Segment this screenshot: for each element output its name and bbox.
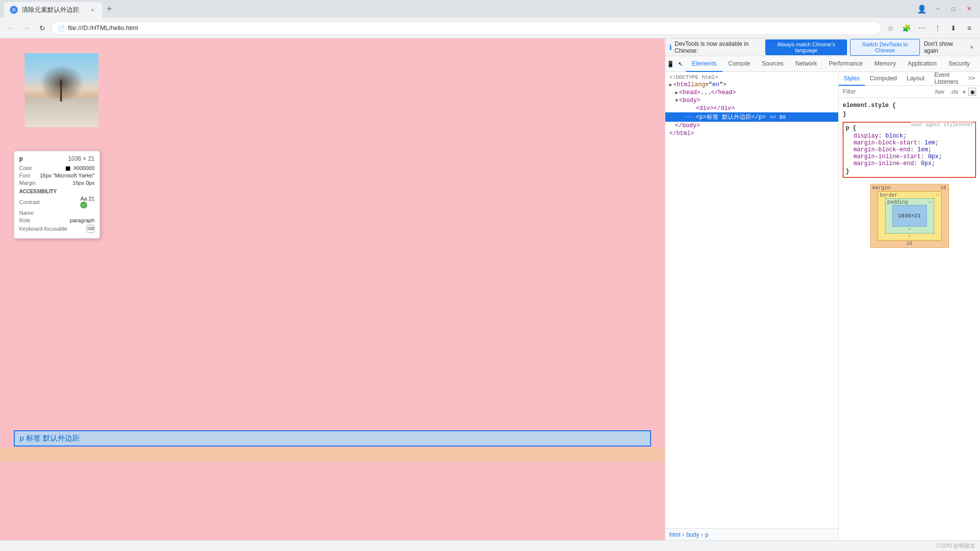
- tab-application[interactable]: Application: [902, 56, 943, 72]
- refresh-button[interactable]: ↻: [35, 21, 49, 35]
- minimize-button[interactable]: −: [931, 2, 945, 16]
- dont-show-button[interactable]: Don't show again: [924, 40, 964, 54]
- paragraph-text: p 标签 默认外边距: [20, 434, 80, 443]
- tab-lighthouse[interactable]: Lighthouse: [976, 56, 980, 72]
- st-tab-computed[interactable]: Computed: [865, 72, 902, 86]
- color-value: #000000: [65, 165, 95, 171]
- padding-val: −: [929, 200, 932, 205]
- padding-bottom-val: −: [908, 227, 911, 232]
- tab-elements[interactable]: Elements: [686, 56, 722, 72]
- menu-icon[interactable]: ≡: [962, 21, 976, 35]
- breadcrumb-body[interactable]: body: [686, 531, 699, 538]
- styles-panel: Styles Computed Layout Event Listeners >…: [839, 72, 980, 540]
- dom-line-html[interactable]: ▶ <html lang =" en " >: [665, 81, 838, 89]
- maximize-button[interactable]: □: [947, 2, 960, 16]
- main-area: p 1036 × 21 Color #000000 Font 16px "Mic…: [0, 38, 980, 540]
- font-label: Font: [19, 172, 30, 178]
- toolbar: ← → ↻ 📄 file:///D:/HTML/hello.html ☆ 🧩 ⋯…: [0, 18, 980, 38]
- download-icon[interactable]: ⬇: [947, 21, 960, 35]
- border-bottom-val: −: [908, 234, 911, 239]
- st-tab-styles[interactable]: Styles: [839, 72, 865, 86]
- dom-line-body-close[interactable]: </body>: [665, 122, 838, 130]
- box-model-area: margin 16 border − padding −: [839, 180, 980, 252]
- always-match-button[interactable]: Always match Chrome's language: [765, 39, 847, 55]
- tab-console[interactable]: Console: [722, 56, 756, 72]
- extensions-icon[interactable]: 🧩: [899, 21, 913, 35]
- filter-box-icon[interactable]: ▣: [968, 88, 976, 96]
- st-tab-more[interactable]: >>: [963, 72, 980, 86]
- new-tab-button[interactable]: +: [102, 2, 116, 16]
- tab-sources[interactable]: Sources: [756, 56, 789, 72]
- filter-plus-button[interactable]: +: [962, 88, 966, 96]
- ua-label: user agent stylesheet: [911, 122, 973, 128]
- ua-prop-mbe: margin-block-end: 1em;: [853, 146, 965, 153]
- contrast-badge: ✓: [80, 202, 87, 208]
- url-text: file:///D:/HTML/hello.html: [68, 24, 138, 32]
- tab-network[interactable]: Network: [789, 56, 823, 72]
- box-border: border − padding − 1036×21: [878, 191, 942, 241]
- tab-title: 清除元素默认外边距: [22, 5, 85, 14]
- close-button[interactable]: ×: [962, 2, 976, 16]
- devtools-body: <!DOCTYPE html> ▶ <html lang =" en " >: [665, 72, 980, 540]
- color-label: Color: [19, 165, 32, 171]
- active-tab[interactable]: ⚙ 清除元素默认外边距 ×: [4, 2, 102, 18]
- st-tab-event-listeners[interactable]: Event Listeners: [929, 72, 963, 86]
- tab-favicon: ⚙: [10, 6, 18, 14]
- notification-text: DevTools is now available in Chinese:: [675, 40, 761, 54]
- browser-window: ⚙ 清除元素默认外边距 × + 👤 − □ × ← → ↻ 📄 file:///…: [0, 0, 980, 551]
- filter-hov-button[interactable]: :hov: [932, 88, 947, 96]
- filter-input[interactable]: [843, 88, 930, 95]
- keyboard-icon: ⌨: [87, 225, 95, 233]
- bookmark-icon[interactable]: ☆: [883, 21, 897, 35]
- file-icon: 📄: [58, 25, 65, 32]
- ua-prop-display: display: block;: [853, 133, 965, 139]
- st-tab-layout[interactable]: Layout: [902, 72, 929, 86]
- breadcrumb-p[interactable]: p: [705, 531, 709, 538]
- title-bar: ⚙ 清除元素默认外边距 × + 👤 − □ ×: [0, 0, 980, 18]
- devtools-notification-bar: ℹ DevTools is now available in Chinese: …: [665, 38, 980, 56]
- content-dims: 1036×21: [898, 213, 920, 219]
- margin-val: 16: [941, 185, 947, 191]
- switch-devtools-button[interactable]: Switch DevTools to Chinese: [850, 39, 920, 56]
- dom-breadcrumb: html › body › p: [665, 528, 838, 540]
- accessibility-section: ACCESSIBILITY: [19, 189, 95, 194]
- filter-cls-button[interactable]: .cls: [948, 88, 960, 96]
- forward-button[interactable]: →: [20, 21, 33, 35]
- page-content: p 1036 × 21 Color #000000 Font 16px "Mic…: [0, 38, 665, 540]
- ua-prop-mbs: margin-block-start: 1em;: [853, 139, 965, 146]
- styles-tabs: Styles Computed Layout Event Listeners >…: [839, 72, 980, 86]
- dom-line-div[interactable]: ··· <div> </div>: [665, 104, 838, 112]
- address-bar[interactable]: 📄 file:///D:/HTML/hello.html: [51, 21, 882, 35]
- profile-icon[interactable]: 👤: [915, 2, 929, 16]
- tab-memory[interactable]: Memory: [869, 56, 902, 72]
- notification-close-button[interactable]: ×: [967, 42, 976, 52]
- contrast-value: Aa 21 ✓: [80, 196, 95, 208]
- dom-content: <!DOCTYPE html> ▶ <html lang =" en " >: [665, 72, 838, 528]
- margin-label: margin: [873, 185, 890, 191]
- box-margin: margin 16 border − padding −: [870, 184, 949, 248]
- border-val: −: [936, 193, 939, 198]
- dom-line-body-open[interactable]: ▼ <body>: [665, 97, 838, 104]
- tree-image: [25, 53, 98, 127]
- ua-prop-mie: margin-inline-end: 0px;: [853, 160, 965, 167]
- devtools-cursor-icon[interactable]: ↖: [676, 59, 685, 69]
- styles-content: element.style { } p { user agent stylesh…: [839, 98, 980, 540]
- tab-security[interactable]: Security: [943, 56, 976, 72]
- breadcrumb-html[interactable]: html: [669, 531, 681, 538]
- tab-close-button[interactable]: ×: [89, 6, 97, 14]
- dom-line-p[interactable]: ··· <p> 标签 默认外边距 </p> == $0: [665, 112, 838, 122]
- dom-line-html-close[interactable]: </html>: [665, 130, 838, 138]
- devtools-dock-icon[interactable]: ⋮: [931, 21, 945, 35]
- tab-performance[interactable]: Performance: [823, 56, 869, 72]
- dom-line-doctype[interactable]: <!DOCTYPE html>: [665, 74, 838, 81]
- devtools-device-icon[interactable]: 📱: [665, 59, 675, 69]
- page-inner: p 1036 × 21 Color #000000 Font 16px "Mic…: [0, 38, 665, 540]
- ua-selector: p {: [846, 125, 856, 132]
- devtools-main-tabs: 📱 ↖ Elements Console Sources Network Per…: [665, 56, 980, 72]
- back-button[interactable]: ←: [4, 21, 18, 35]
- role-value: paragraph: [70, 217, 95, 223]
- dom-line-head[interactable]: ▶ <head> ... </head>: [665, 89, 838, 97]
- tab-bar: ⚙ 清除元素默认外边距 × +: [4, 0, 116, 18]
- more-icon[interactable]: ⋯: [915, 21, 929, 35]
- padding-label: padding: [887, 200, 908, 205]
